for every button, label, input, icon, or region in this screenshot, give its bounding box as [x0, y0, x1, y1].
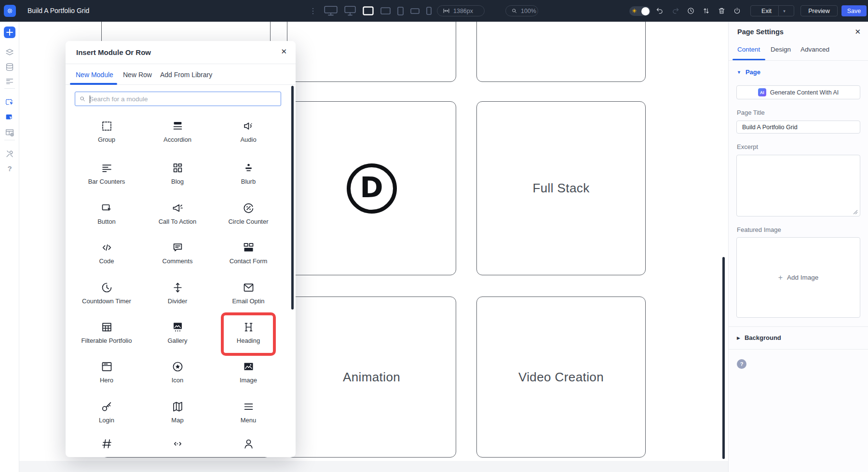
module-item-call-to-action[interactable]: Call To Action [146, 202, 209, 225]
module-item-gallery[interactable]: Gallery [146, 321, 209, 344]
module-label: Blog [146, 178, 209, 185]
close-icon[interactable]: ✕ [854, 27, 861, 36]
panel-tab-advanced[interactable]: Advanced [800, 46, 829, 53]
map-icon [146, 400, 209, 413]
page-structure-button[interactable] [4, 76, 15, 87]
module-label: Gallery [146, 337, 209, 344]
hover-mode-button[interactable] [4, 111, 15, 123]
theme-toggle[interactable] [629, 6, 651, 16]
module-label: Menu [217, 417, 280, 424]
phone-landscape-icon[interactable] [410, 8, 420, 14]
module-item-contact-form[interactable]: Contact Form [217, 241, 280, 265]
click-mode-button[interactable] [4, 96, 15, 108]
module-item-blog[interactable]: Blog [146, 162, 209, 185]
module-item-divider[interactable]: Divider [146, 281, 209, 305]
portfolio-card[interactable]: Full Stack [476, 101, 646, 275]
saved-layouts-button[interactable] [4, 61, 15, 73]
module-item-icon[interactable]: Icon [146, 360, 209, 384]
divider-icon [146, 281, 209, 294]
save-button[interactable]: Save [841, 5, 867, 16]
trash-icon[interactable] [718, 7, 726, 15]
add-module-button[interactable] [4, 27, 15, 38]
section-page[interactable]: ▼ Page [737, 68, 760, 76]
default-view-icon[interactable] [363, 6, 374, 15]
preview-button[interactable]: Preview [800, 5, 838, 16]
module-search-input[interactable] [86, 92, 281, 106]
module-item-accordion[interactable]: Accordion [146, 120, 209, 143]
module-item-group[interactable]: Group [75, 120, 138, 143]
panel-tab-content[interactable]: Content [737, 46, 760, 53]
modal-tab-add-from-library[interactable]: Add From Library [160, 64, 212, 85]
filterable-portfolio-icon [75, 321, 138, 334]
module-item-image[interactable]: Image [217, 360, 280, 384]
module-item-heading[interactable]: Heading [217, 321, 280, 344]
module-label: Audio [217, 136, 280, 143]
module-item-bar-counters[interactable]: Bar Counters [75, 162, 138, 185]
caret-down-icon[interactable]: ▾ [778, 6, 790, 16]
module-item-button[interactable]: Button [75, 202, 138, 225]
portfolio-card[interactable] [476, 22, 646, 82]
module-item-email-optin[interactable]: Email Optin [217, 281, 280, 305]
canvas-width-field[interactable]: 1386px [437, 5, 485, 16]
divi-gear-icon[interactable] [4, 5, 16, 17]
generate-ai-button[interactable]: AI Generate Content With AI [736, 85, 860, 99]
page-title-input[interactable] [736, 121, 860, 134]
panel-tab-design[interactable]: Design [771, 46, 791, 53]
portfolio-card[interactable] [287, 22, 456, 82]
module-item-circle-counter[interactable]: Circle Counter [217, 202, 280, 225]
help-button[interactable]: ? [4, 162, 15, 174]
layers-button[interactable] [4, 47, 15, 58]
undo-icon[interactable] [656, 7, 664, 15]
module-item-map[interactable]: Map [146, 400, 209, 424]
module-item-menu[interactable]: Menu [217, 400, 280, 424]
modal-tab-new-module[interactable]: New Module [76, 64, 113, 85]
module-item-hero[interactable]: Hero [75, 360, 138, 384]
power-icon[interactable] [733, 7, 741, 15]
help-icon[interactable]: ? [737, 359, 746, 369]
add-image-button[interactable]: + Add Image [736, 237, 860, 318]
card-title: Video Creation [518, 370, 604, 385]
portfolio-card[interactable]: Video Creation [476, 297, 646, 458]
layout-settings-button[interactable] [4, 127, 15, 138]
module-search[interactable] [75, 92, 281, 106]
exit-label[interactable]: Exit [755, 6, 778, 16]
module-item-audio[interactable]: Audio [217, 120, 280, 143]
builder-tools-button[interactable] [4, 148, 15, 160]
modal-scrollbar[interactable] [291, 86, 294, 310]
toggle-knob [641, 7, 650, 15]
heading-icon [217, 321, 280, 334]
module-item-comments[interactable]: Comments [146, 241, 209, 265]
desktop-icon[interactable] [344, 6, 356, 16]
divi-logo-card[interactable]: D [287, 101, 456, 275]
excerpt-textarea[interactable] [736, 155, 860, 216]
hero-icon [75, 360, 138, 373]
module-item-code[interactable]: Code [75, 241, 138, 265]
module-item-blurb[interactable]: Blurb [217, 162, 280, 185]
zoom-field[interactable]: 100% [505, 5, 538, 16]
module-label: Bar Counters [75, 178, 138, 185]
laptop-icon[interactable] [380, 7, 391, 14]
redo-icon[interactable] [671, 7, 679, 15]
modal-tab-new-row[interactable]: New Row [123, 64, 152, 85]
search-icon [79, 95, 86, 102]
kebab-dots-icon[interactable] [309, 7, 317, 15]
module-item-countdown-timer[interactable]: Countdown Timer [75, 281, 138, 305]
desktop-wide-icon[interactable] [324, 6, 338, 16]
portfolio-card[interactable]: Animation [287, 297, 456, 458]
close-icon[interactable]: ✕ [281, 47, 287, 56]
section-background[interactable]: ▶ Background [737, 334, 781, 341]
tablet-icon[interactable] [397, 7, 404, 15]
megaphone-icon [146, 202, 209, 215]
exit-button[interactable]: Exit ▾ [750, 5, 794, 16]
canvas-scrollbar[interactable] [722, 257, 725, 459]
sort-arrows-icon[interactable] [702, 7, 710, 15]
module-item-partial[interactable] [217, 437, 280, 450]
envelope-icon [217, 281, 280, 294]
bar-counters-icon [75, 162, 138, 175]
module-item-login[interactable]: Login [75, 400, 138, 424]
phone-icon[interactable] [426, 7, 432, 15]
module-item-partial[interactable] [75, 437, 138, 450]
history-clock-icon[interactable] [687, 7, 695, 15]
module-item-partial[interactable] [146, 437, 209, 450]
module-item-filterable-portfolio[interactable]: Filterable Portfolio [75, 321, 138, 344]
